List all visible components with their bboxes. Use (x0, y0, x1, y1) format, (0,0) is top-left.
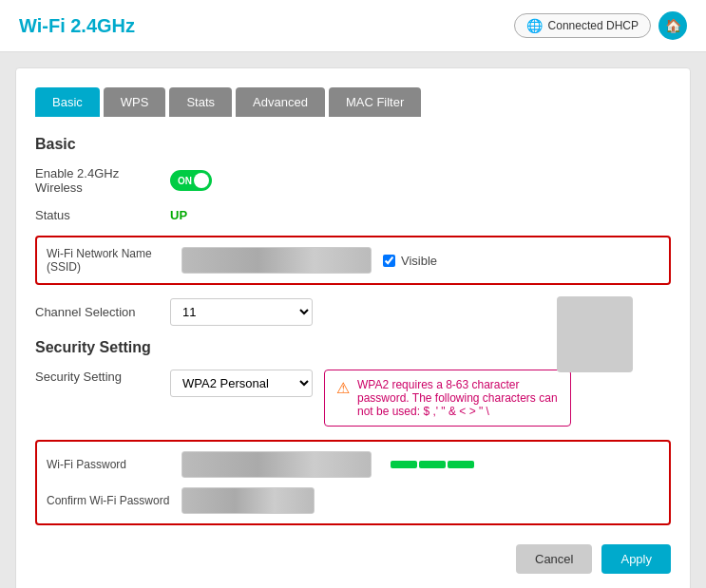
cancel-button[interactable]: Cancel (516, 544, 592, 574)
strength-bar-3 (448, 461, 474, 468)
tab-wps[interactable]: WPS (104, 87, 166, 117)
warning-icon: ⚠ (336, 379, 350, 397)
header-right: 🌐 Connected DHCP 🏠 (514, 11, 687, 40)
confirm-password-input[interactable] (181, 487, 315, 514)
connection-status-text: Connected DHCP (548, 19, 639, 32)
strength-bar-2 (419, 461, 446, 468)
toggle-on-label: ON (178, 176, 192, 186)
card-inner: Basic WPS Stats Advanced MAC Filter Basi… (35, 87, 671, 574)
globe-icon: 🌐 (526, 18, 543, 33)
wifi-password-input[interactable] (181, 451, 372, 478)
channel-select[interactable]: 11 (170, 298, 313, 326)
home-button[interactable]: 🏠 (658, 11, 687, 40)
visible-label: Visible (401, 254, 437, 268)
tab-advanced[interactable]: Advanced (236, 87, 325, 117)
confirm-password-label: Confirm Wi-Fi Password (47, 494, 170, 507)
enable-wireless-row: Enable 2.4GHz Wireless ON (35, 166, 671, 195)
wifi-password-label: Wi-Fi Password (47, 458, 170, 471)
password-highlight-box: Wi-Fi Password Confirm Wi-Fi Password (35, 440, 671, 525)
main-content: Basic WPS Stats Advanced MAC Filter Basi… (0, 52, 706, 588)
wifi-name-highlight-box: Wi-Fi Network Name (SSID) Visible (35, 236, 671, 285)
apply-button[interactable]: Apply (601, 544, 671, 574)
security-warning-text: WPA2 requires a 8-63 character password.… (357, 378, 559, 418)
visible-checkbox-row: Visible (383, 254, 437, 268)
channel-label: Channel Selection (35, 305, 159, 319)
tab-basic[interactable]: Basic (35, 87, 100, 117)
action-buttons: Cancel Apply (35, 544, 671, 574)
confirm-password-row: Confirm Wi-Fi Password (47, 487, 659, 514)
security-warning-box: ⚠ WPA2 requires a 8-63 character passwor… (324, 370, 571, 427)
qr-code-image (557, 296, 633, 372)
security-setting-label: Security Setting (35, 370, 159, 384)
wifi-password-row: Wi-Fi Password (47, 451, 659, 478)
tab-mac-filter[interactable]: MAC Filter (329, 87, 421, 117)
enable-wireless-label: Enable 2.4GHz Wireless (35, 166, 159, 195)
wifi-name-label: Wi-Fi Network Name (SSID) (47, 247, 170, 274)
settings-card: Basic WPS Stats Advanced MAC Filter Basi… (15, 67, 691, 588)
toggle-knob (194, 173, 209, 188)
status-value: UP (170, 208, 187, 222)
security-setting-row: Security Setting WPA2 Personal WPA Perso… (35, 370, 671, 427)
tab-stats[interactable]: Stats (169, 87, 232, 117)
tab-bar: Basic WPS Stats Advanced MAC Filter (35, 87, 671, 117)
page-title: Wi-Fi 2.4GHz (19, 15, 135, 37)
header: Wi-Fi 2.4GHz 🌐 Connected DHCP 🏠 (0, 0, 706, 52)
connection-status-badge: 🌐 Connected DHCP (514, 13, 651, 38)
wifi-name-input[interactable] (181, 247, 372, 274)
enable-wireless-toggle[interactable]: ON (170, 170, 212, 191)
security-setting-select[interactable]: WPA2 Personal WPA Personal WEP None (170, 370, 313, 397)
strength-bar-1 (391, 461, 417, 468)
status-label: Status (35, 208, 159, 222)
visible-checkbox[interactable] (383, 255, 395, 267)
password-strength-bars (391, 461, 474, 468)
basic-section-title: Basic (35, 136, 671, 153)
status-row: Status UP (35, 208, 671, 222)
